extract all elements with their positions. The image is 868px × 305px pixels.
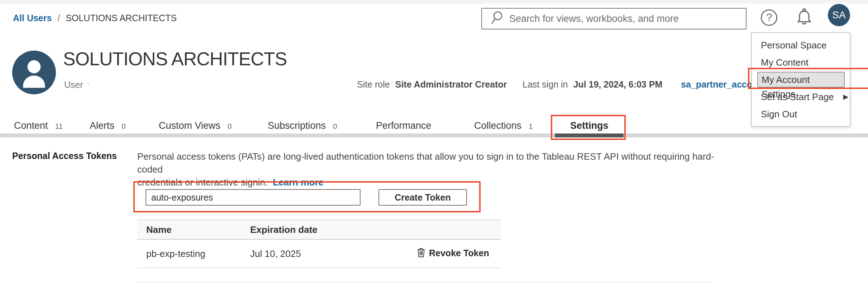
search-icon: [489, 10, 504, 27]
pat-description: Personal access tokens (PATs) are long-l…: [137, 150, 718, 189]
tab-performance[interactable]: Performance: [376, 120, 431, 131]
revoke-token-button[interactable]: Revoke Token: [417, 247, 489, 259]
column-header-name: Name: [146, 224, 172, 235]
help-icon[interactable]: ?: [761, 9, 777, 26]
tab-count: 0: [121, 122, 126, 131]
revoke-token-label: Revoke Token: [429, 248, 489, 258]
token-name-input[interactable]: [146, 189, 361, 206]
token-table-header: [137, 219, 501, 240]
learn-more-link[interactable]: Learn more: [273, 177, 324, 188]
breadcrumb-separator: /: [57, 13, 60, 23]
profile-subtitle: Userʼ: [64, 80, 89, 90]
last-sign-in-label: Last sign in: [523, 79, 568, 90]
pat-description-line1: Personal access tokens (PATs) are long-l…: [137, 150, 718, 176]
profile-subtitle-label: User: [64, 80, 83, 90]
tab-label: Performance: [376, 120, 431, 131]
account-menu: Personal Space My Content My Account Set…: [751, 32, 850, 127]
top-strip: [0, 0, 868, 4]
site-role: Site role Site Administrator Creator: [357, 79, 507, 90]
last-sign-in-value: Jul 19, 2024, 6:03 PM: [573, 79, 662, 90]
breadcrumb: All Users / SOLUTIONS ARCHITECTS: [13, 13, 177, 23]
trash-icon: [417, 247, 425, 259]
tab-label: Settings: [570, 120, 609, 131]
tab-count: 0: [333, 122, 337, 131]
token-row-name: pb-exp-testing: [146, 248, 205, 259]
user-avatar-button[interactable]: SA: [828, 4, 850, 26]
site-role-label: Site role: [357, 79, 390, 90]
menu-item-my-account-settings[interactable]: My Account Settings: [757, 72, 845, 88]
tab-label: Custom Views: [159, 120, 220, 131]
menu-item-personal-space[interactable]: Personal Space: [752, 37, 850, 54]
tab-collections[interactable]: Collections1: [474, 120, 533, 131]
column-header-expiration: Expiration date: [250, 224, 318, 235]
tab-custom-views[interactable]: Custom Views0: [159, 120, 232, 131]
tab-settings[interactable]: Settings: [570, 120, 609, 131]
menu-item-set-start-page[interactable]: Set as Start Page ▶: [752, 88, 850, 105]
selected-tab-underline: [555, 133, 624, 137]
pat-section-heading: Personal Access Tokens: [12, 151, 117, 161]
pat-description-line2: credentials or interactive signin.: [137, 177, 268, 188]
site-role-value: Site Administrator Creator: [395, 79, 507, 90]
submenu-arrow-icon: ▶: [843, 88, 849, 105]
pat-description-line2-wrap: credentials or interactive signin.Learn …: [137, 176, 718, 189]
tab-count: 1: [529, 122, 533, 131]
bell-icon[interactable]: [795, 7, 814, 27]
token-row-expiration: Jul 10, 2025: [250, 248, 301, 259]
last-sign-in: Last sign in Jul 19, 2024, 6:03 PM: [523, 79, 662, 90]
tab-label: Collections: [474, 120, 521, 131]
profile-subtitle-mark: ʼ: [87, 81, 89, 89]
tab-content[interactable]: Content11: [14, 120, 63, 131]
profile-avatar: [12, 51, 56, 94]
tab-label: Content: [14, 120, 48, 131]
tab-count: 11: [55, 122, 63, 131]
tableau-user-settings-page: All Users / SOLUTIONS ARCHITECTS Search …: [0, 0, 868, 305]
menu-item-my-content[interactable]: My Content: [752, 54, 850, 71]
search-input[interactable]: Search for views, workbooks, and more: [481, 8, 747, 29]
menu-item-sign-out[interactable]: Sign Out: [752, 105, 850, 123]
tab-divider-bar: [0, 133, 868, 137]
section-divider: [137, 282, 711, 283]
tab-subscriptions[interactable]: Subscriptions0: [268, 120, 337, 131]
breadcrumb-all-users-link[interactable]: All Users: [13, 13, 52, 23]
tab-count: 0: [228, 122, 232, 131]
menu-item-label: Set as Start Page: [761, 88, 834, 105]
page-title: SOLUTIONS ARCHITECTS: [63, 48, 287, 70]
tab-label: Subscriptions: [268, 120, 326, 131]
breadcrumb-current: SOLUTIONS ARCHITECTS: [66, 13, 177, 23]
search-placeholder: Search for views, workbooks, and more: [509, 13, 679, 24]
tab-alerts[interactable]: Alerts0: [90, 120, 126, 131]
create-token-button[interactable]: Create Token: [378, 189, 467, 206]
account-username-link[interactable]: sa_partner_accou: [681, 79, 758, 90]
table-row-border: [137, 267, 501, 268]
tab-label: Alerts: [90, 120, 114, 131]
